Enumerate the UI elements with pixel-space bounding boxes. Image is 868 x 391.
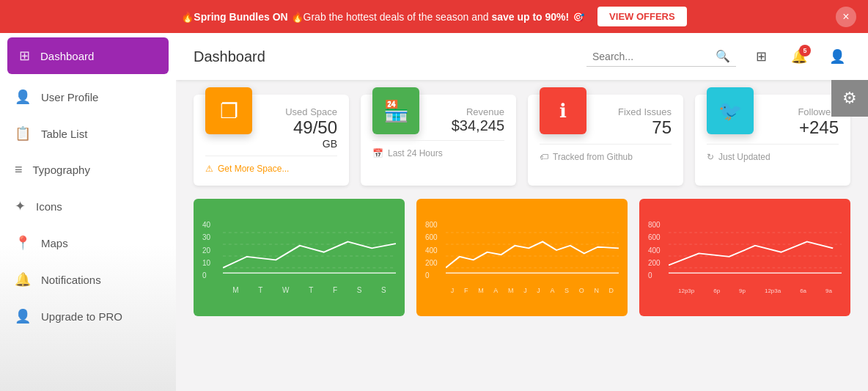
red-chart-y-labels: 0 200 400 600 800 [648, 221, 669, 279]
tag-icon: 🏷 [540, 152, 548, 162]
table-icon: 📋 [15, 125, 31, 142]
used-space-info: Used Space 49/50 GB [261, 106, 337, 150]
grid-view-button[interactable]: ⊞ [748, 43, 774, 70]
sidebar-label-upgrade: Upgrade to PRO [41, 310, 122, 323]
revenue-footer-text: Last 24 Hours [388, 148, 443, 158]
fixed-issues-info: Fixed Issues 75 [595, 106, 672, 138]
fixed-issues-card: ℹ Fixed Issues 75 🏷 Tracked from Github [528, 95, 683, 186]
green-chart-y-labels: 0 10 20 30 40 [202, 221, 223, 279]
revenue-icon-box: 🏪 [372, 87, 419, 134]
sidebar-item-maps[interactable]: 📍 Maps [0, 224, 176, 261]
orange-chart-svg: .grid-line2{stroke:rgba(255,255,255,0.3)… [446, 221, 619, 279]
maps-icon: 📍 [15, 235, 31, 251]
followers-value: +245 [762, 117, 839, 138]
copy-icon: ❐ [220, 99, 238, 123]
sidebar-label-notifications: Notifications [41, 274, 101, 286]
stats-cards: ❐ Used Space 49/50 GB ⚠ Get More Space..… [194, 95, 850, 186]
notification-badge: 5 [799, 45, 811, 56]
upgrade-icon: 👤 [15, 308, 31, 324]
search-icon[interactable]: 🔍 [716, 49, 730, 63]
search-input[interactable] [592, 51, 710, 62]
content-area: ❐ Used Space 49/50 GB ⚠ Get More Space..… [176, 80, 868, 391]
sidebar-label-icons: Icons [36, 200, 62, 213]
user-profile-button[interactable]: 👤 [824, 43, 850, 70]
promo-banner: 🔥Spring Bundles ON 🔥Grab the hottest dea… [0, 0, 868, 33]
header: Dashboard 🔍 ⊞ 🔔 5 👤 ⚙ [176, 33, 868, 80]
sidebar-item-table-list[interactable]: 📋 Table List [0, 115, 176, 152]
notifications-button[interactable]: 🔔 5 [786, 43, 812, 70]
followers-label: Followers [762, 106, 839, 117]
revenue-info: Revenue $34,245 [428, 106, 504, 134]
used-space-value: 49/50 [261, 117, 337, 138]
sidebar-label-table-list: Table List [41, 128, 87, 140]
followers-info: Followers +245 [762, 106, 839, 138]
sidebar-item-user-profile[interactable]: 👤 User Profile [0, 78, 176, 115]
sidebar-label-typography: Typography [33, 164, 90, 176]
used-space-label: Used Space [261, 106, 337, 117]
sidebar: ⊞ Dashboard 👤 User Profile 📋 Table List … [0, 33, 176, 391]
red-chart-svg: .grid-line3{stroke:rgba(255,255,255,0.3)… [669, 221, 842, 279]
used-space-footer: ⚠ Get More Space... [205, 156, 337, 174]
sidebar-item-upgrade[interactable]: 👤 Upgrade to PRO [0, 298, 176, 335]
fixed-issues-footer: 🏷 Tracked from Github [540, 144, 672, 162]
notifications-icon: 🔔 [15, 271, 31, 288]
refresh-icon: ↻ [707, 152, 714, 162]
info-icon: ℹ [559, 100, 567, 123]
revenue-label: Revenue [428, 106, 504, 117]
dashboard-icon: ⊞ [19, 48, 30, 64]
revenue-card: 🏪 Revenue $34,245 📅 Last 24 Hours [361, 95, 516, 186]
orange-chart-x-labels: JFMAMJJASOND [446, 287, 619, 294]
icons-icon: ✦ [15, 198, 26, 214]
warning-icon: ⚠ [205, 164, 213, 174]
banner-close-button[interactable]: × [836, 7, 856, 27]
followers-footer: ↻ Just Updated [707, 144, 839, 162]
charts-row: 0 10 20 30 40 .grid-line { stroke: rgba(… [194, 199, 850, 316]
fixed-issues-icon-box: ℹ [540, 87, 586, 134]
sidebar-item-dashboard[interactable]: ⊞ Dashboard [7, 37, 169, 74]
red-chart: 0 200 400 600 800 .grid-line3{stroke:rgb… [639, 199, 850, 316]
search-box[interactable]: 🔍 [586, 46, 736, 67]
orange-chart: 0 200 400 600 800 .grid-line2{stroke:rgb… [416, 199, 628, 316]
red-chart-x-labels: 12p3p6p9p12p3a6a9a [669, 288, 842, 294]
page-title: Dashboard [194, 48, 575, 65]
used-space-icon-box: ❐ [205, 87, 252, 134]
fixed-issues-footer-text: Tracked from Github [553, 152, 633, 162]
green-chart-x-labels: MTWTFSS [223, 286, 396, 294]
typography-icon: ≡ [15, 162, 23, 178]
sidebar-label-maps: Maps [41, 237, 68, 249]
calendar-icon: 📅 [372, 148, 383, 158]
sidebar-item-notifications[interactable]: 🔔 Notifications [0, 261, 176, 298]
fixed-issues-label: Fixed Issues [595, 106, 672, 117]
revenue-footer: 📅 Last 24 Hours [372, 140, 504, 158]
orange-chart-y-labels: 0 200 400 600 800 [425, 221, 446, 279]
followers-icon-box: 🐦 [707, 87, 754, 134]
banner-text: 🔥Spring Bundles ON 🔥Grab the hottest dea… [181, 11, 584, 23]
sidebar-item-typography[interactable]: ≡ Typography [0, 152, 176, 188]
view-offers-button[interactable]: VIEW OFFERS [597, 7, 687, 26]
twitter-icon: 🐦 [718, 100, 742, 123]
used-space-footer-text[interactable]: Get More Space... [218, 164, 289, 174]
sidebar-item-icons[interactable]: ✦ Icons [0, 188, 176, 224]
settings-panel[interactable]: ⚙ [831, 80, 868, 117]
main-content: Dashboard 🔍 ⊞ 🔔 5 👤 ⚙ ❐ [176, 33, 868, 391]
green-chart: 0 10 20 30 40 .grid-line { stroke: rgba(… [194, 199, 405, 316]
store-icon: 🏪 [383, 99, 409, 123]
user-icon: 👤 [15, 89, 31, 105]
green-chart-svg: .grid-line { stroke: rgba(255,255,255,0.… [223, 221, 396, 279]
fixed-issues-value: 75 [595, 117, 672, 138]
sidebar-label-dashboard: Dashboard [40, 50, 94, 62]
revenue-value: $34,245 [428, 117, 504, 134]
used-space-unit: GB [261, 138, 337, 150]
used-space-card: ❐ Used Space 49/50 GB ⚠ Get More Space..… [194, 95, 349, 186]
followers-card: 🐦 Followers +245 ↻ Just Updated [695, 95, 850, 186]
followers-footer-text: Just Updated [718, 152, 770, 162]
sidebar-label-user-profile: User Profile [41, 91, 98, 103]
